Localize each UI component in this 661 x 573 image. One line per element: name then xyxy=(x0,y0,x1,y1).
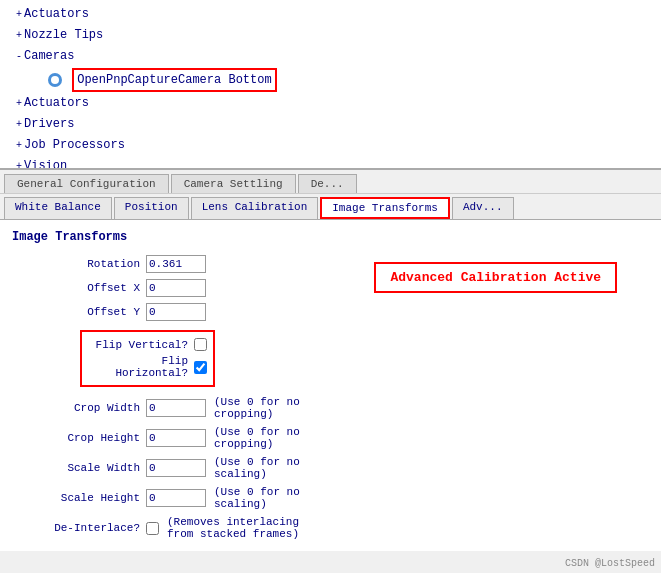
crop-height-hint: (Use 0 for no cropping) xyxy=(214,426,331,450)
tab-image-transforms[interactable]: Image Transforms xyxy=(320,197,450,219)
tabs-container: General Configuration Camera Settling De… xyxy=(0,170,661,220)
toggle-vision[interactable]: + xyxy=(16,161,22,170)
crop-height-row: Crop Height (Use 0 for no cropping) xyxy=(40,423,331,453)
content-layout: Rotation Offset X Offset Y Flip Vertical… xyxy=(0,252,661,543)
tab-general-configuration[interactable]: General Configuration xyxy=(4,174,169,193)
deinterlace-label: De-Interlace? xyxy=(40,522,140,534)
tab-position[interactable]: Position xyxy=(114,197,189,219)
tree-item-cameras[interactable]: -Cameras xyxy=(0,46,661,67)
scale-width-hint: (Use 0 for no scaling) xyxy=(214,456,331,480)
tab-white-balance[interactable]: White Balance xyxy=(4,197,112,219)
offset-y-row: Offset Y xyxy=(40,300,331,324)
deinterlace-row: De-Interlace? (Removes interlacing from … xyxy=(40,513,331,543)
offset-y-input[interactable] xyxy=(146,303,206,321)
camera-label[interactable]: OpenPnpCaptureCamera Bottom xyxy=(72,68,276,92)
right-panel: Advanced Calibration Active xyxy=(331,252,662,543)
scale-width-input[interactable] xyxy=(146,459,206,477)
crop-width-input[interactable] xyxy=(146,399,206,417)
crop-height-input[interactable] xyxy=(146,429,206,447)
scale-height-hint: (Use 0 for no scaling) xyxy=(214,486,331,510)
tree-item-actuators[interactable]: +Actuators xyxy=(0,4,661,25)
offset-x-row: Offset X xyxy=(40,276,331,300)
flip-vertical-row: Flip Vertical? xyxy=(88,336,207,353)
scale-height-row: Scale Height (Use 0 for no scaling) xyxy=(40,483,331,513)
tab-de[interactable]: De... xyxy=(298,174,357,193)
tree-item-camera-bottom[interactable]: OpenPnpCaptureCamera Bottom xyxy=(0,67,661,93)
crop-width-row: Crop Width (Use 0 for no cropping) xyxy=(40,393,331,423)
toggle-actuators2[interactable]: + xyxy=(16,98,22,109)
flip-horizontal-checkbox[interactable] xyxy=(194,361,207,374)
tree-item-drivers[interactable]: +Drivers xyxy=(0,114,661,135)
left-forms: Rotation Offset X Offset Y Flip Vertical… xyxy=(0,252,331,543)
tab-adv[interactable]: Adv... xyxy=(452,197,514,219)
flip-vertical-checkbox[interactable] xyxy=(194,338,207,351)
scale-width-row: Scale Width (Use 0 for no scaling) xyxy=(40,453,331,483)
flip-horizontal-label: Flip Horizontal? xyxy=(88,355,188,379)
flip-group: Flip Vertical? Flip Horizontal? xyxy=(80,330,215,387)
toggle-actuators[interactable]: + xyxy=(16,9,22,20)
tree-item-actuators2[interactable]: +Actuators xyxy=(0,93,661,114)
advanced-calibration-text: Advanced Calibration Active xyxy=(390,270,601,285)
deinterlace-checkbox[interactable] xyxy=(146,522,159,535)
rotation-input[interactable] xyxy=(146,255,206,273)
toggle-nozzle-tips[interactable]: + xyxy=(16,30,22,41)
watermark: CSDN @LostSpeed xyxy=(565,558,655,569)
crop-width-label: Crop Width xyxy=(40,402,140,414)
offset-x-label: Offset X xyxy=(40,282,140,294)
scale-width-label: Scale Width xyxy=(40,462,140,474)
tabs-row-top: General Configuration Camera Settling De… xyxy=(0,170,661,194)
scale-height-label: Scale Height xyxy=(40,492,140,504)
flip-vertical-label: Flip Vertical? xyxy=(88,339,188,351)
tree-item-job-processors[interactable]: +Job Processors xyxy=(0,135,661,156)
tree-panel: +Actuators +Nozzle Tips -Cameras OpenPnp… xyxy=(0,0,661,170)
flip-horizontal-row: Flip Horizontal? xyxy=(88,353,207,381)
toggle-drivers[interactable]: + xyxy=(16,119,22,130)
crop-width-hint: (Use 0 for no cropping) xyxy=(214,396,331,420)
tabs-row-bottom: White Balance Position Lens Calibration … xyxy=(0,194,661,219)
offset-x-input[interactable] xyxy=(146,279,206,297)
main-content: Image Transforms Rotation Offset X Offse… xyxy=(0,220,661,551)
scale-height-input[interactable] xyxy=(146,489,206,507)
tab-camera-settling[interactable]: Camera Settling xyxy=(171,174,296,193)
toggle-cameras[interactable]: - xyxy=(16,51,22,62)
crop-height-label: Crop Height xyxy=(40,432,140,444)
offset-y-label: Offset Y xyxy=(40,306,140,318)
rotation-label: Rotation xyxy=(40,258,140,270)
camera-icon xyxy=(48,73,62,87)
deinterlace-hint: (Removes interlacing from stacked frames… xyxy=(167,516,331,540)
tree-item-nozzle-tips[interactable]: +Nozzle Tips xyxy=(0,25,661,46)
section-title: Image Transforms xyxy=(0,228,661,246)
advanced-calibration-box: Advanced Calibration Active xyxy=(374,262,617,293)
tree-item-vision[interactable]: +Vision xyxy=(0,156,661,170)
tab-lens-calibration[interactable]: Lens Calibration xyxy=(191,197,319,219)
toggle-job-processors[interactable]: + xyxy=(16,140,22,151)
rotation-row: Rotation xyxy=(40,252,331,276)
